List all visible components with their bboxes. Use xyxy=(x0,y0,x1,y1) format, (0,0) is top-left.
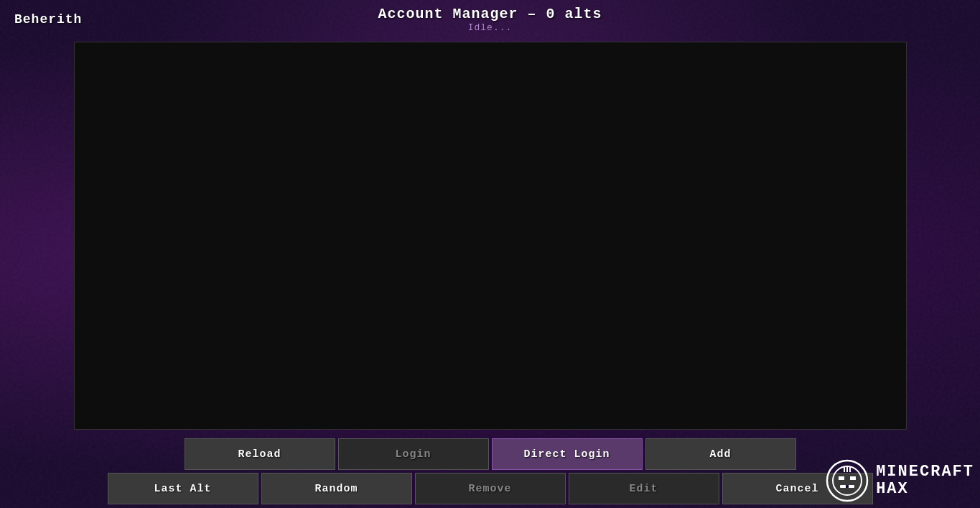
header: Beherith Account Manager – 0 alts Idle..… xyxy=(0,0,980,39)
branding-text: MINECRAFT HAX xyxy=(876,463,974,498)
main-title: Account Manager – 0 alts xyxy=(378,6,602,22)
svg-rect-2 xyxy=(839,476,844,480)
add-button[interactable]: Add xyxy=(645,438,796,470)
minecraft-hax-logo xyxy=(826,459,869,502)
login-button[interactable]: Login xyxy=(338,438,489,470)
random-button[interactable]: Random xyxy=(261,473,412,504)
title-area: Account Manager – 0 alts Idle... xyxy=(378,6,602,33)
reload-button[interactable]: Reload xyxy=(185,438,335,470)
svg-rect-3 xyxy=(850,476,856,480)
button-row-2: Last Alt Random Remove Edit Cancel xyxy=(106,473,874,504)
accounts-panel xyxy=(74,42,907,430)
app-name: Beherith xyxy=(14,12,82,27)
svg-rect-5 xyxy=(846,485,849,488)
remove-button[interactable]: Remove xyxy=(415,473,566,504)
status-text: Idle... xyxy=(468,22,513,33)
branding: MINECRAFT HAX xyxy=(826,459,974,502)
direct-login-button[interactable]: Direct Login xyxy=(492,438,643,470)
button-row-1: Reload Login Direct Login Add xyxy=(183,438,798,470)
edit-button[interactable]: Edit xyxy=(569,473,719,504)
last-alt-button[interactable]: Last Alt xyxy=(108,473,258,504)
